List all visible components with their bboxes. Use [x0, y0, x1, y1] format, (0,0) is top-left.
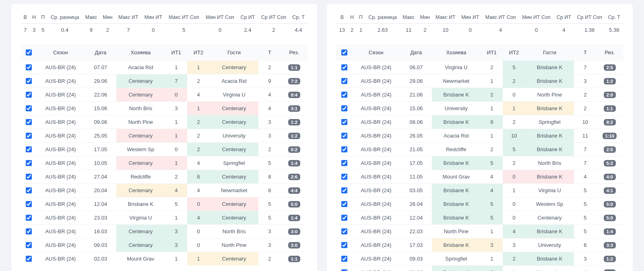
- cell-t: 5: [258, 156, 281, 170]
- cell-season: AUS-BR (24): [36, 197, 85, 211]
- col-date: Дата: [400, 44, 431, 61]
- cell-t: 3: [258, 115, 281, 129]
- row-checkbox[interactable]: [26, 64, 32, 70]
- table-row: AUS-BR (24)16.03Centenary30North Bris33:…: [21, 225, 308, 238]
- row-checkbox[interactable]: [341, 269, 347, 271]
- summary-value: 0: [458, 24, 482, 36]
- row-checkbox[interactable]: [341, 174, 347, 180]
- cell-it2: 0: [503, 170, 525, 184]
- cell-date: 29.06: [85, 74, 116, 88]
- result-badge: 1:4: [288, 160, 300, 166]
- table-row: AUS-BR (24)20.04Centenary44Newmarket84:4: [21, 184, 308, 197]
- row-checkbox[interactable]: [26, 256, 32, 262]
- cell-away: Virginia U: [525, 184, 574, 197]
- row-checkbox[interactable]: [26, 201, 32, 207]
- cell-it1: 2: [481, 88, 503, 102]
- cell-season: AUS-BR (24): [36, 238, 85, 252]
- cell-res: 1:4: [281, 211, 308, 225]
- row-checkbox[interactable]: [26, 92, 32, 98]
- cell-away: Brisbane K: [525, 74, 574, 88]
- row-checkbox[interactable]: [341, 146, 347, 152]
- cell-season: AUS-BR (24): [352, 61, 401, 74]
- row-checkbox[interactable]: [26, 146, 32, 152]
- cell-it1: 5: [481, 211, 503, 225]
- row-checkbox[interactable]: [26, 133, 32, 139]
- cell-it2: 6: [187, 170, 209, 184]
- row-checkbox[interactable]: [341, 160, 347, 166]
- cell-home: Centenary: [116, 156, 165, 170]
- row-checkbox[interactable]: [341, 215, 347, 221]
- cell-t: 8: [258, 184, 281, 197]
- table-row: AUS-BR (24)17.05Western Sp02Centenary20:…: [21, 143, 308, 156]
- result-badge: 2:5: [604, 64, 616, 71]
- summary-header: Мин: [417, 12, 433, 24]
- row-checkbox[interactable]: [26, 160, 32, 166]
- summary-header: Ср. Т: [605, 12, 623, 24]
- cell-t: 5: [574, 211, 596, 225]
- cell-date: 21.06: [400, 88, 431, 102]
- cell-it2: 2: [187, 115, 209, 129]
- row-checkbox[interactable]: [26, 174, 32, 180]
- result-badge: 7:2: [288, 78, 300, 84]
- cell-season: AUS-BR (24): [352, 170, 401, 184]
- row-checkbox[interactable]: [26, 119, 32, 125]
- col-it1: ИТ1: [481, 44, 503, 61]
- row-checkbox[interactable]: [341, 256, 347, 262]
- row-checkbox[interactable]: [26, 228, 32, 234]
- row-checkbox[interactable]: [26, 78, 32, 84]
- cell-res: 2:5: [597, 61, 623, 74]
- result-badge: 3:1: [288, 105, 300, 112]
- cell-it1: 5: [165, 197, 187, 211]
- cell-away: Brisbane K: [525, 102, 574, 115]
- cell-it1: 1: [481, 225, 503, 238]
- cell-it2: 1: [503, 266, 525, 271]
- cell-res: 1:2: [281, 115, 308, 129]
- cell-t: 7: [574, 156, 596, 170]
- summary-value: 9: [83, 24, 100, 36]
- summary-value: 7: [115, 24, 141, 36]
- result-badge: 5:0: [604, 201, 616, 207]
- row-checkbox[interactable]: [341, 105, 347, 111]
- row-checkbox[interactable]: [26, 215, 32, 221]
- summary-header: Н: [348, 12, 357, 24]
- row-checkbox[interactable]: [341, 119, 347, 125]
- cell-date: 09.03: [400, 252, 431, 266]
- summary-table: ВНПСр. разницаМаксМинМакс ИТМин ИТМакс И…: [21, 12, 308, 35]
- col-it2: ИТ2: [187, 44, 209, 61]
- row-checkbox[interactable]: [26, 242, 32, 248]
- row-checkbox[interactable]: [341, 78, 347, 84]
- row-checkbox[interactable]: [341, 228, 347, 234]
- cell-home: Redcliffe: [432, 143, 481, 156]
- cell-season: AUS-BR (24): [352, 102, 401, 115]
- cell-season: AUS-BR (24): [352, 266, 401, 271]
- summary-value: 4.4: [289, 24, 308, 36]
- row-checkbox[interactable]: [341, 201, 347, 207]
- cell-home: Acacia Rid: [116, 61, 165, 74]
- cell-it2: 2: [503, 74, 525, 88]
- cell-home: Centenary: [116, 74, 165, 88]
- row-checkbox[interactable]: [341, 64, 347, 70]
- cell-res: 3:1: [281, 102, 308, 115]
- row-checkbox[interactable]: [26, 187, 32, 193]
- row-checkbox[interactable]: [26, 105, 32, 111]
- row-checkbox[interactable]: [341, 187, 347, 193]
- row-checkbox[interactable]: [341, 133, 347, 139]
- cell-it2: 2: [503, 252, 525, 266]
- cell-home: Virginia U: [432, 61, 481, 74]
- cell-res: 4:0: [597, 170, 623, 184]
- cell-season: AUS-BR (24): [352, 74, 401, 88]
- select-all-checkbox[interactable]: [341, 49, 347, 55]
- cell-it1: 0: [165, 88, 187, 102]
- row-checkbox[interactable]: [341, 242, 347, 248]
- cell-home: Mount Grav: [432, 170, 481, 184]
- col-res: Рез.: [597, 44, 623, 61]
- cell-it1: 1: [481, 129, 503, 143]
- cell-home: North Pine: [432, 225, 481, 238]
- select-all-checkbox[interactable]: [26, 49, 32, 55]
- summary-value: 7: [21, 24, 29, 36]
- cell-res: 1:10: [597, 129, 623, 143]
- summary-header: Ср ИТ: [554, 12, 574, 24]
- cell-away: Brisbane K: [525, 170, 574, 184]
- cell-date: 16.03: [85, 225, 116, 238]
- row-checkbox[interactable]: [341, 92, 347, 98]
